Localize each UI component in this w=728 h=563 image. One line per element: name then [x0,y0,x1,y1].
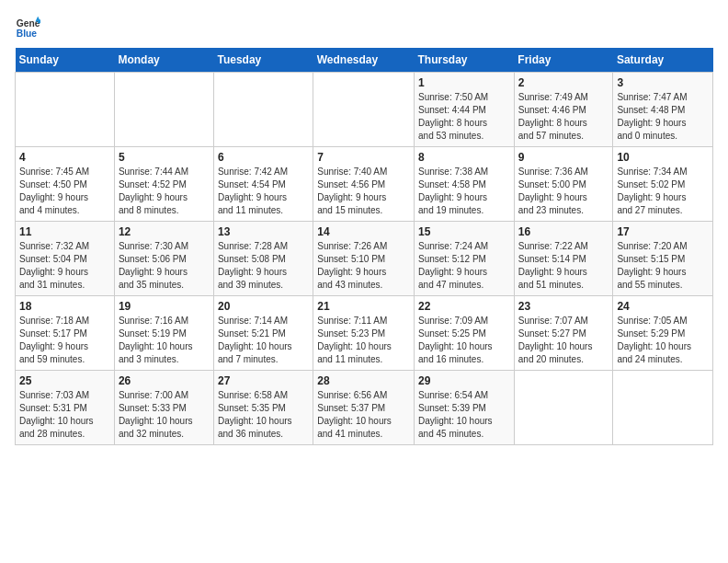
day-number: 18 [19,300,110,313]
day-info: Sunrise: 7:28 AM Sunset: 5:08 PM Dayligh… [218,240,309,292]
col-header-thursday: Thursday [415,48,515,73]
calendar-cell: 19Sunrise: 7:16 AM Sunset: 5:19 PM Dayli… [114,296,213,371]
calendar-cell [213,73,313,147]
day-info: Sunrise: 7:05 AM Sunset: 5:29 PM Dayligh… [617,315,709,366]
calendar-table: SundayMondayTuesdayWednesdayThursdayFrid… [15,48,713,445]
calendar-cell [613,371,713,445]
day-number: 6 [218,151,309,164]
calendar-cell: 14Sunrise: 7:26 AM Sunset: 5:10 PM Dayli… [313,222,415,296]
col-header-saturday: Saturday [613,48,713,73]
col-header-sunday: Sunday [16,48,115,73]
calendar-cell: 13Sunrise: 7:28 AM Sunset: 5:08 PM Dayli… [213,222,313,296]
day-number: 24 [617,300,709,313]
calendar-cell: 6Sunrise: 7:42 AM Sunset: 4:54 PM Daylig… [213,147,313,222]
calendar-week-4: 25Sunrise: 7:03 AM Sunset: 5:31 PM Dayli… [16,371,713,445]
day-number: 27 [218,374,309,387]
calendar-cell: 17Sunrise: 7:20 AM Sunset: 5:15 PM Dayli… [613,222,713,296]
day-number: 2 [518,76,609,89]
day-info: Sunrise: 7:38 AM Sunset: 4:58 PM Dayligh… [418,166,510,217]
calendar-cell [16,73,115,147]
day-number: 11 [19,225,110,238]
calendar-cell: 29Sunrise: 6:54 AM Sunset: 5:39 PM Dayli… [415,371,515,445]
calendar-cell: 15Sunrise: 7:24 AM Sunset: 5:12 PM Dayli… [415,222,515,296]
calendar-cell: 2Sunrise: 7:49 AM Sunset: 4:46 PM Daylig… [514,73,613,147]
logo-icon: General Blue [15,15,40,40]
day-info: Sunrise: 7:30 AM Sunset: 5:06 PM Dayligh… [119,240,210,292]
day-number: 16 [518,225,609,238]
day-number: 25 [19,374,110,387]
day-info: Sunrise: 7:49 AM Sunset: 4:46 PM Dayligh… [518,91,609,143]
calendar-cell: 20Sunrise: 7:14 AM Sunset: 5:21 PM Dayli… [213,296,313,371]
day-number: 26 [119,374,210,387]
day-info: Sunrise: 7:26 AM Sunset: 5:10 PM Dayligh… [317,240,410,292]
day-number: 22 [418,300,510,313]
day-info: Sunrise: 7:18 AM Sunset: 5:17 PM Dayligh… [19,315,110,366]
day-number: 4 [19,151,110,164]
day-info: Sunrise: 7:00 AM Sunset: 5:33 PM Dayligh… [119,389,210,441]
calendar-cell: 12Sunrise: 7:30 AM Sunset: 5:06 PM Dayli… [114,222,213,296]
day-number: 10 [617,151,709,164]
col-header-friday: Friday [514,48,613,73]
day-info: Sunrise: 7:45 AM Sunset: 4:50 PM Dayligh… [19,166,110,217]
calendar-cell: 5Sunrise: 7:44 AM Sunset: 4:52 PM Daylig… [114,147,213,222]
calendar-cell: 10Sunrise: 7:34 AM Sunset: 5:02 PM Dayli… [613,147,713,222]
day-info: Sunrise: 7:36 AM Sunset: 5:00 PM Dayligh… [518,166,609,217]
calendar-cell [114,73,213,147]
calendar-cell: 21Sunrise: 7:11 AM Sunset: 5:23 PM Dayli… [313,296,415,371]
calendar-cell: 1Sunrise: 7:50 AM Sunset: 4:44 PM Daylig… [415,73,515,147]
day-info: Sunrise: 6:58 AM Sunset: 5:35 PM Dayligh… [218,389,309,441]
calendar-cell: 9Sunrise: 7:36 AM Sunset: 5:00 PM Daylig… [514,147,613,222]
day-number: 17 [617,225,709,238]
col-header-wednesday: Wednesday [313,48,415,73]
calendar-cell: 28Sunrise: 6:56 AM Sunset: 5:37 PM Dayli… [313,371,415,445]
day-info: Sunrise: 7:44 AM Sunset: 4:52 PM Dayligh… [119,166,210,217]
day-info: Sunrise: 7:47 AM Sunset: 4:48 PM Dayligh… [617,91,709,143]
logo: General Blue [15,15,44,40]
calendar-cell: 23Sunrise: 7:07 AM Sunset: 5:27 PM Dayli… [514,296,613,371]
day-number: 23 [518,300,609,313]
calendar-header-row: SundayMondayTuesdayWednesdayThursdayFrid… [16,48,713,73]
day-number: 12 [119,225,210,238]
day-info: Sunrise: 7:16 AM Sunset: 5:19 PM Dayligh… [119,315,210,366]
calendar-cell: 25Sunrise: 7:03 AM Sunset: 5:31 PM Dayli… [16,371,115,445]
svg-text:Blue: Blue [17,29,38,39]
day-info: Sunrise: 7:50 AM Sunset: 4:44 PM Dayligh… [418,91,510,143]
day-number: 28 [317,374,410,387]
calendar-week-3: 18Sunrise: 7:18 AM Sunset: 5:17 PM Dayli… [16,296,713,371]
calendar-cell [514,371,613,445]
day-info: Sunrise: 7:07 AM Sunset: 5:27 PM Dayligh… [518,315,609,366]
calendar-week-2: 11Sunrise: 7:32 AM Sunset: 5:04 PM Dayli… [16,222,713,296]
day-number: 13 [218,225,309,238]
day-number: 9 [518,151,609,164]
calendar-cell: 22Sunrise: 7:09 AM Sunset: 5:25 PM Dayli… [415,296,515,371]
header: General Blue [15,15,713,40]
calendar-cell: 16Sunrise: 7:22 AM Sunset: 5:14 PM Dayli… [514,222,613,296]
day-info: Sunrise: 7:14 AM Sunset: 5:21 PM Dayligh… [218,315,309,366]
day-info: Sunrise: 7:34 AM Sunset: 5:02 PM Dayligh… [617,166,709,217]
calendar-week-0: 1Sunrise: 7:50 AM Sunset: 4:44 PM Daylig… [16,73,713,147]
day-info: Sunrise: 7:03 AM Sunset: 5:31 PM Dayligh… [19,389,110,441]
calendar-cell [313,73,415,147]
day-number: 14 [317,225,410,238]
day-info: Sunrise: 7:20 AM Sunset: 5:15 PM Dayligh… [617,240,709,292]
day-number: 5 [119,151,210,164]
calendar-week-1: 4Sunrise: 7:45 AM Sunset: 4:50 PM Daylig… [16,147,713,222]
col-header-monday: Monday [114,48,213,73]
col-header-tuesday: Tuesday [213,48,313,73]
day-info: Sunrise: 7:09 AM Sunset: 5:25 PM Dayligh… [418,315,510,366]
day-number: 15 [418,225,510,238]
calendar-cell: 18Sunrise: 7:18 AM Sunset: 5:17 PM Dayli… [16,296,115,371]
day-info: Sunrise: 7:42 AM Sunset: 4:54 PM Dayligh… [218,166,309,217]
day-number: 29 [418,374,510,387]
day-info: Sunrise: 7:40 AM Sunset: 4:56 PM Dayligh… [317,166,410,217]
calendar-cell: 26Sunrise: 7:00 AM Sunset: 5:33 PM Dayli… [114,371,213,445]
day-number: 21 [317,300,410,313]
day-info: Sunrise: 6:56 AM Sunset: 5:37 PM Dayligh… [317,389,410,441]
calendar-cell: 4Sunrise: 7:45 AM Sunset: 4:50 PM Daylig… [16,147,115,222]
day-number: 8 [418,151,510,164]
day-info: Sunrise: 7:24 AM Sunset: 5:12 PM Dayligh… [418,240,510,292]
day-info: Sunrise: 6:54 AM Sunset: 5:39 PM Dayligh… [418,389,510,441]
day-number: 3 [617,76,709,89]
calendar-cell: 24Sunrise: 7:05 AM Sunset: 5:29 PM Dayli… [613,296,713,371]
day-info: Sunrise: 7:22 AM Sunset: 5:14 PM Dayligh… [518,240,609,292]
